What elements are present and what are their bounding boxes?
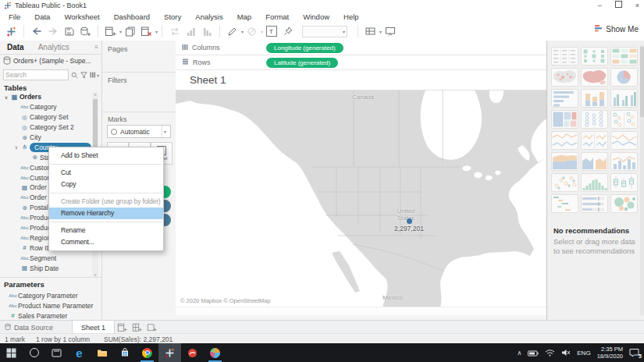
menu-dashboard[interactable]: Dashboard xyxy=(107,12,157,21)
format-dropdown[interactable]: ▾ xyxy=(261,29,263,34)
app-paint-icon[interactable] xyxy=(204,343,226,362)
sort-descending-icon[interactable] xyxy=(201,23,214,39)
show-me-symbol-map[interactable] xyxy=(551,68,578,87)
filters-shelf[interactable]: Filters xyxy=(108,76,127,84)
show-me-treemap[interactable] xyxy=(551,110,578,129)
show-me-side-by-side-bars[interactable] xyxy=(610,89,638,108)
show-me-pie-chart[interactable] xyxy=(610,68,638,87)
chrome-icon[interactable] xyxy=(136,343,158,362)
field-ship-date[interactable]: ▦Ship Date xyxy=(0,263,91,273)
new-worksheet-tab-icon[interactable] xyxy=(115,321,130,334)
undo-icon[interactable] xyxy=(30,23,43,39)
show-me-horizontal-bars[interactable] xyxy=(551,89,578,108)
show-me-discrete-area[interactable] xyxy=(581,152,608,171)
swap-icon[interactable] xyxy=(168,23,181,39)
menu-format[interactable]: Format xyxy=(258,12,296,21)
pane-options-icon[interactable]: ≡ xyxy=(94,44,98,51)
sort-ascending-icon[interactable] xyxy=(184,23,197,39)
clear-sheet-dropdown[interactable]: ▾ xyxy=(155,29,158,34)
pages-shelf[interactable]: Pages xyxy=(108,45,128,53)
cortana-button[interactable] xyxy=(23,343,45,362)
show-me-dual-lines[interactable] xyxy=(610,131,638,150)
context-menu-item-add-to-sheet[interactable]: Add to Sheet xyxy=(49,150,163,161)
new-worksheet-icon[interactable] xyxy=(104,23,117,39)
minimize-button[interactable]: – xyxy=(598,1,602,10)
field-orders[interactable]: ∨▦Orders xyxy=(0,92,91,102)
tableau-taskbar-icon[interactable] xyxy=(158,343,181,362)
menu-window[interactable]: Window xyxy=(296,12,336,21)
show-me-button[interactable]: Show Me xyxy=(594,24,639,34)
search-input[interactable] xyxy=(3,69,69,80)
data-source-tab[interactable]: Data Source xyxy=(0,321,61,334)
show-me-histogram[interactable] xyxy=(581,173,608,192)
show-me-highlight-table[interactable] xyxy=(610,47,638,66)
app-red-icon[interactable] xyxy=(181,343,204,362)
show-me-box-and-whisker[interactable] xyxy=(610,173,638,192)
redo-icon[interactable] xyxy=(46,23,59,39)
field-category-set-2[interactable]: ◎Category Set 2 xyxy=(0,122,91,133)
new-datasource-icon[interactable] xyxy=(79,23,92,39)
file-explorer-icon[interactable] xyxy=(91,343,113,362)
context-menu-item-cut[interactable]: Cut xyxy=(49,167,163,179)
menu-help[interactable]: Help xyxy=(336,12,366,21)
field-category[interactable]: AbcCategory xyxy=(0,102,91,112)
menu-analysis[interactable]: Analysis xyxy=(188,12,229,21)
show-me-circle-views[interactable] xyxy=(581,110,608,129)
mark-type-dropdown[interactable]: Automatic ▾ xyxy=(107,125,171,138)
task-view-button[interactable] xyxy=(45,343,68,362)
show-me-bullet-graph[interactable] xyxy=(581,194,608,213)
menu-map[interactable]: Map xyxy=(230,12,258,21)
parameter-product-name-parameter[interactable]: AbcProduct Name Parameter xyxy=(0,300,101,311)
rows-shelf[interactable]: Rows Latitude (generated) xyxy=(176,55,546,70)
close-button[interactable]: × xyxy=(635,1,639,10)
context-menu-item-copy[interactable]: Copy xyxy=(49,179,163,190)
show-me-text-table[interactable] xyxy=(551,47,578,66)
datasource-row[interactable]: Orders+ (Sample - Supe... xyxy=(3,55,100,66)
context-menu-item-remove-hierarchy[interactable]: Remove Hierarchy xyxy=(49,208,163,219)
show-me-heat-map[interactable] xyxy=(581,47,608,66)
filter-icon[interactable] xyxy=(80,72,87,79)
show-me-scatter-plot[interactable] xyxy=(551,173,578,192)
search-icon[interactable] xyxy=(71,72,78,79)
show-me-continuous-lines[interactable] xyxy=(551,131,578,150)
highlight-pen-icon[interactable] xyxy=(226,23,239,39)
map-mark-dot[interactable] xyxy=(407,218,412,224)
duplicate-icon[interactable] xyxy=(123,23,137,39)
menu-worksheet[interactable]: Worksheet xyxy=(57,12,106,21)
show-me-gantt[interactable] xyxy=(551,194,578,213)
show-me-packed-bubbles[interactable] xyxy=(610,194,638,213)
context-menu-item-rename[interactable]: Rename xyxy=(49,225,163,236)
microsoft-store-icon[interactable] xyxy=(113,343,136,362)
fit-selector[interactable]: ▾ xyxy=(302,26,347,37)
new-worksheet-dropdown[interactable]: ▾ xyxy=(119,29,122,34)
save-icon[interactable] xyxy=(62,23,76,39)
field-city[interactable]: ⊕City xyxy=(0,133,91,143)
view-options-dropdown[interactable]: ▾ xyxy=(97,73,99,78)
expander-icon[interactable]: ∨ xyxy=(13,144,20,150)
text-label-icon[interactable]: T xyxy=(265,23,278,39)
restore-button[interactable] xyxy=(615,1,622,10)
tray-expand-icon[interactable]: ∧ xyxy=(517,350,521,357)
tableau-logo-icon[interactable] xyxy=(5,23,18,39)
format-icon[interactable] xyxy=(245,23,258,39)
field-category-set[interactable]: ◎Category Set xyxy=(0,112,91,122)
volume-muted-icon[interactable] xyxy=(561,346,571,360)
new-dashboard-tab-icon[interactable] xyxy=(130,321,144,334)
expander-icon[interactable]: ∨ xyxy=(3,94,9,100)
show-me-filled-map[interactable] xyxy=(581,68,608,87)
presentation-mode-icon[interactable] xyxy=(383,23,397,39)
show-me-continuous-area[interactable] xyxy=(551,152,578,171)
highlight-dropdown[interactable]: ▾ xyxy=(241,29,244,34)
clear-sheet-icon[interactable] xyxy=(140,23,153,39)
menu-story[interactable]: Story xyxy=(157,12,188,21)
map-view[interactable]: Canada United States 2,297,201 Mexico © … xyxy=(176,90,546,307)
field-segment[interactable]: AbcSegment xyxy=(0,253,91,263)
language-indicator[interactable]: ENG xyxy=(577,350,590,357)
action-center-icon[interactable]: 5 xyxy=(629,348,639,357)
context-menu-item-comment[interactable]: Comment... xyxy=(49,236,163,248)
latitude-pill[interactable]: Latitude (generated) xyxy=(266,58,338,68)
fit-grid-icon[interactable] xyxy=(364,23,377,39)
fix-axes-pin-icon[interactable] xyxy=(281,23,294,39)
show-me-scrollbar[interactable] xyxy=(640,45,644,315)
sheet1-tab[interactable]: Sheet 1 xyxy=(72,321,115,334)
